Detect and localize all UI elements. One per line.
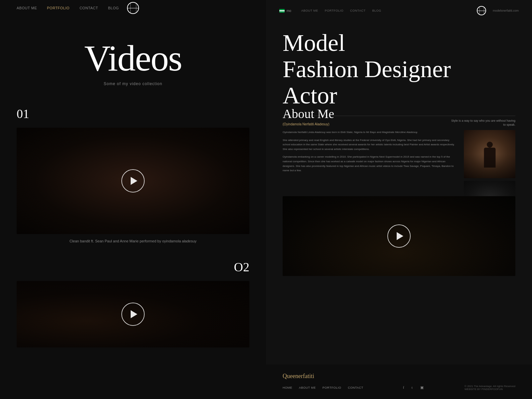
instagram-icon[interactable]: ▣: [420, 385, 425, 390]
footer-copyright: © 2021 The Advantage, All rights Reserve…: [465, 385, 515, 388]
right-nav-portfolio[interactable]: PORTFOLIO: [325, 9, 343, 12]
play-button-right[interactable]: [387, 224, 411, 248]
globe-icon: [127, 2, 139, 14]
footer-portfolio[interactable]: PORTFOLIO: [323, 386, 341, 389]
footer-social: f t ▣: [403, 385, 425, 390]
right-nav-blog[interactable]: BLOG: [372, 9, 381, 12]
footer-credit: WEBSITE BY PINDERFOOFUN: [465, 388, 515, 391]
right-globe: [477, 6, 486, 15]
left-nav-logo[interactable]: [127, 2, 139, 14]
flag-indicator: mo: [279, 9, 291, 13]
right-nav: mo ABOUT ME PORTFOLIO CONTACT BLOG model…: [266, 0, 532, 21]
twitter-icon[interactable]: t: [412, 385, 416, 390]
footer-home[interactable]: HOME: [283, 386, 292, 389]
about-title: About Me: [283, 106, 515, 121]
play-button-1[interactable]: [121, 169, 145, 193]
right-nav-contact[interactable]: CONTACT: [350, 9, 365, 12]
website-url: modelsnerfatiti.com: [493, 9, 519, 12]
video1-caption: Clean bandit ft. Sean Paul and Anne Mari…: [17, 239, 249, 243]
about-paragraph3: Oyindamola embarking on a career modelli…: [283, 155, 457, 173]
play-triangle-2: [131, 310, 137, 318]
right-hero-title: Model Fashion Designer Actor: [283, 30, 515, 109]
nav-portfolio[interactable]: PORTFOLIO: [47, 6, 69, 10]
play-triangle-1: [131, 177, 137, 185]
nav-contact[interactable]: CONTACT: [79, 6, 98, 10]
hero-line1: Model: [283, 30, 345, 56]
video-right-card[interactable]: [283, 196, 515, 276]
video2-number: O2: [17, 260, 249, 274]
hero-line3: Actor: [283, 82, 337, 109]
flag-label: mo: [287, 9, 291, 13]
right-globe-icon: [477, 6, 486, 15]
left-panel: ABOUT ME PORTFOLIO CONTACT BLOG Videos S…: [0, 0, 266, 399]
play-triangle-right: [397, 232, 403, 240]
play-button-2[interactable]: [121, 303, 145, 326]
video2-section: O2: [17, 260, 249, 347]
about-main-image: [464, 130, 515, 178]
facebook-icon[interactable]: f: [403, 385, 408, 390]
video1-number: 01: [17, 106, 249, 121]
video1-card[interactable]: [17, 128, 249, 234]
right-nav-about[interactable]: ABOUT ME: [301, 9, 318, 12]
footer-right-info: © 2021 The Advantage, All rights Reserve…: [465, 385, 515, 391]
hero-line2: Fashion Designer: [283, 56, 451, 82]
footer-contact[interactable]: CONTACT: [348, 386, 363, 389]
footer-links: HOME ABOUT ME PORTFOLIO CONTACT: [283, 386, 363, 389]
right-nav-links: ABOUT ME PORTFOLIO CONTACT BLOG: [301, 9, 381, 12]
about-paragraph1: Oyindamola Nerfatiti Linda Aladesuy was …: [283, 130, 457, 135]
nigeria-flag: [279, 9, 285, 13]
videos-section: 01 Clean bandit ft. Sean Paul and Anne M…: [0, 106, 266, 347]
footer-bottom: HOME ABOUT ME PORTFOLIO CONTACT f t ▣ © …: [283, 385, 515, 391]
hero-subtitle: Some of my video collection: [0, 81, 266, 86]
video2-card[interactable]: [17, 281, 249, 347]
nav-about[interactable]: ABOUT ME: [17, 6, 37, 10]
hero-section: Videos Some of my video collection: [0, 40, 266, 86]
footer: Queenerfatiti HOME ABOUT ME PORTFOLIO CO…: [266, 364, 532, 399]
right-panel: mo ABOUT ME PORTFOLIO CONTACT BLOG model…: [266, 0, 532, 399]
footer-about[interactable]: ABOUT ME: [299, 386, 316, 389]
figure-silhouette: [481, 142, 498, 175]
video-right-section: [266, 196, 532, 276]
left-nav: ABOUT ME PORTFOLIO CONTACT BLOG: [0, 0, 266, 16]
nav-blog[interactable]: BLOG: [108, 6, 119, 10]
left-nav-links: ABOUT ME PORTFOLIO CONTACT BLOG: [17, 6, 119, 10]
about-subtitle: (Oyindamola Nerfatiti Aladesuy): [283, 122, 515, 126]
footer-brand: Queenerfatiti: [283, 373, 515, 380]
hero-title: Videos: [0, 40, 266, 76]
about-paragraph2: She attended primary and read English an…: [283, 138, 457, 152]
